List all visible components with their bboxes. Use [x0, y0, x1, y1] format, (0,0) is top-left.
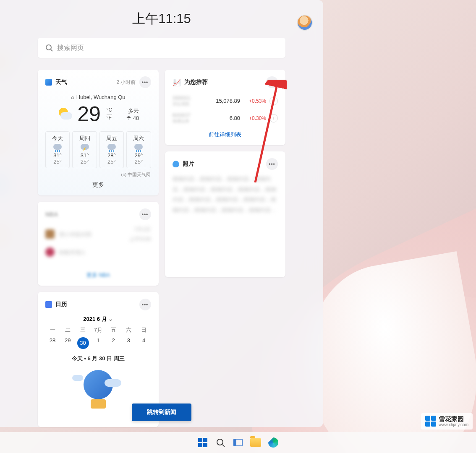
- trending-icon: 📈: [173, 78, 181, 86]
- news-button[interactable]: 跳转到新闻: [132, 404, 191, 421]
- calendar-day[interactable]: 1: [91, 337, 105, 349]
- calendar-more-button[interactable]: •••: [139, 299, 151, 310]
- task-view-button[interactable]: [232, 436, 244, 449]
- taskbar: [0, 432, 476, 453]
- search-bar[interactable]: [38, 38, 285, 58]
- calendar-today-text: 今天 • 6 月 30 日 周三: [45, 355, 151, 362]
- onedrive-icon: [173, 161, 179, 167]
- sports-more-button[interactable]: •••: [139, 208, 151, 220]
- watermark: 雪花家园 www.xhjaty.com: [421, 413, 473, 430]
- clock: 上午11:15: [132, 10, 191, 28]
- weather-condition: 多云: [126, 107, 139, 115]
- weather-icon: [45, 79, 52, 86]
- forecast-day[interactable]: 今天31°25°: [45, 131, 70, 168]
- forecast-day[interactable]: 周四31°25°: [72, 131, 97, 168]
- weather-humidity: ☂ 48: [126, 115, 139, 121]
- weather-condition-icon: [57, 107, 71, 121]
- weather-timestamp: 2 小时前: [116, 79, 136, 86]
- calendar-month-picker[interactable]: 2021 6 月: [45, 315, 151, 323]
- stocks-details-link[interactable]: 前往详细列表: [173, 131, 278, 138]
- calendar-day[interactable]: 2: [106, 337, 120, 349]
- taskbar-search-button[interactable]: [214, 436, 227, 449]
- calendar-day-today[interactable]: 30: [77, 337, 89, 349]
- forecast-day[interactable]: 周五28°25°: [99, 131, 124, 168]
- weather-more-button[interactable]: •••: [139, 76, 151, 88]
- stock-row[interactable]: 399001深证成指 15,078.89 +0.53% +: [173, 92, 278, 109]
- stock-pct: +0.53%: [243, 98, 266, 104]
- svg-point-3: [217, 439, 223, 445]
- weather-card[interactable]: 天气 2 小时前 ••• Hubei, Wuchang Qu 29 °C °F …: [38, 70, 159, 195]
- calendar-day[interactable]: 29: [60, 337, 75, 349]
- sports-title: NBA: [45, 211, 58, 218]
- weather-temp: 29: [77, 102, 101, 126]
- search-icon: [45, 44, 53, 52]
- file-explorer-button[interactable]: [249, 436, 262, 449]
- weather-forecast: 今天31°25° 周四31°25° 周五28°25° 周六29°25°: [45, 131, 151, 168]
- start-button[interactable]: [196, 436, 209, 449]
- svg-line-4: [222, 445, 225, 447]
- weather-title: 天气: [55, 78, 67, 86]
- photos-title: 照片: [183, 160, 194, 168]
- watermark-logo-icon: [425, 416, 436, 427]
- stocks-title: 为您推荐: [184, 78, 208, 86]
- svg-point-0: [46, 45, 51, 50]
- photos-more-button[interactable]: •••: [266, 158, 278, 170]
- stock-row[interactable]: 600837海通证券 6.80 +0.30% +: [173, 109, 278, 127]
- widgets-panel: 上午11:15 天气 2 小时前 ••• Hubei, Wuchang Qu 2…: [0, 0, 323, 427]
- sports-card[interactable]: NBA ••• 湖人对战太阳7月1日上午9:00 快船对湖人 更多 NBA: [38, 202, 159, 286]
- stock-value: 15,078.89: [209, 98, 240, 104]
- photos-card[interactable]: 照片 ••• 模糊内容…模糊内容…模糊内容…模糊内容…模糊内容…模糊内容…模糊内…: [165, 151, 286, 277]
- weather-attribution: (c) 中国天气网: [45, 172, 151, 178]
- calendar-day[interactable]: 4: [137, 337, 151, 349]
- calendar-icon: [45, 301, 52, 308]
- photos-content: 模糊内容…模糊内容…模糊内容…模糊内容…模糊内容…模糊内容…模糊内容…模糊内容……: [173, 174, 278, 271]
- stock-value: 6.80: [209, 115, 240, 121]
- svg-line-1: [51, 49, 52, 51]
- stock-add-button[interactable]: +: [269, 97, 278, 105]
- sports-more-link[interactable]: 更多 NBA: [45, 271, 151, 279]
- stock-add-button[interactable]: +: [269, 114, 278, 122]
- calendar-illustration-icon: [77, 370, 119, 420]
- weather-location: Hubei, Wuchang Qu: [45, 94, 151, 100]
- weather-units[interactable]: °C °F: [107, 107, 112, 121]
- stocks-card[interactable]: 📈 为您推荐 ••• 399001深证成指 15,078.89 +0.53% +…: [165, 70, 286, 145]
- search-input[interactable]: [57, 44, 278, 52]
- calendar-weekday-header: 一二三7月五六日: [45, 326, 151, 334]
- weather-more-link[interactable]: 更多: [45, 181, 151, 189]
- stocks-more-button[interactable]: •••: [266, 76, 278, 88]
- calendar-day[interactable]: 3: [121, 337, 136, 349]
- calendar-day[interactable]: 28: [45, 337, 60, 349]
- calendar-days-row: 28 29 30 1 2 3 4: [45, 337, 151, 349]
- calendar-title: 日历: [55, 301, 67, 308]
- stock-pct: +0.30%: [243, 115, 266, 121]
- avatar[interactable]: [297, 15, 313, 31]
- edge-button[interactable]: [267, 436, 280, 449]
- forecast-day[interactable]: 周六29°25°: [126, 131, 151, 168]
